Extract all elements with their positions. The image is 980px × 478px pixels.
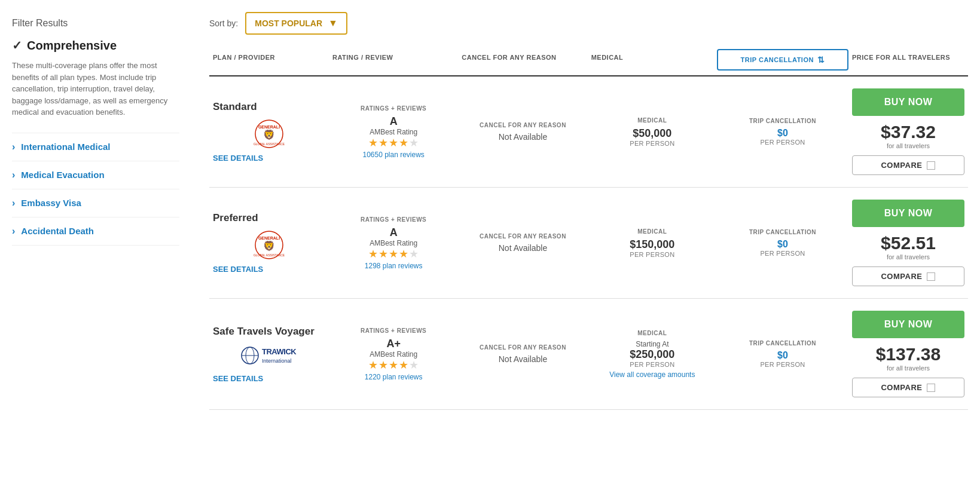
sidebar-item-embassy-visa[interactable]: › Embassy Visa (12, 189, 179, 217)
col-medical: MEDICAL (588, 49, 717, 71)
sort-bar: Sort by: MOST POPULAR ▼ (209, 12, 968, 35)
cancel-label-standard: CANCEL FOR ANY REASON (462, 122, 584, 128)
svg-text:TRAWICK: TRAWICK (262, 347, 297, 356)
cancel-label-preferred: CANCEL FOR ANY REASON (462, 233, 584, 240)
ambest-label-preferred: AMBest Rating (332, 239, 454, 247)
see-details-standard[interactable]: SEE DETAILS (213, 154, 325, 163)
sort-value: MOST POPULAR (255, 19, 322, 28)
sidebar-item-label: International Medical (21, 142, 110, 152)
ambest-rating-voyager: A+ (332, 338, 454, 350)
generali-logo-standard: GENERALI 🦁 GLOBAL ASSISTANCE (248, 119, 290, 149)
trip-per-person-standard: PER PERSON (721, 139, 845, 146)
trip-cancel-col-voyager: TRIP CANCELLATION $0 PER PERSON (717, 340, 848, 368)
medical-per-person-preferred: PER PERSON (591, 251, 713, 258)
col-cancel-reason: CANCEL FOR ANY REASON (458, 49, 587, 71)
chevron-right-icon-3: › (12, 198, 15, 209)
col-trip-cancellation[interactable]: TRIP CANCELLATION ⇅ (717, 49, 848, 71)
medical-amount-preferred: $150,000 (591, 238, 713, 251)
price-suffix-voyager: for all travelers (852, 364, 964, 372)
ambest-label-standard: AMBest Rating (332, 128, 454, 136)
compare-label-standard: COMPARE (881, 161, 922, 170)
trip-cancel-col-preferred: TRIP CANCELLATION $0 PER PERSON (717, 229, 848, 257)
comprehensive-label: Comprehensive (27, 39, 117, 53)
compare-button-preferred[interactable]: COMPARE (852, 266, 964, 286)
compare-button-standard[interactable]: COMPARE (852, 155, 964, 175)
col-price: PRICE FOR ALL TRAVELERS (848, 49, 968, 71)
view-coverage-voyager[interactable]: View all coverage amounts (591, 370, 713, 379)
svg-text:GLOBAL ASSISTANCE: GLOBAL ASSISTANCE (254, 253, 285, 257)
comprehensive-header: ✓ Comprehensive (12, 38, 179, 53)
rating-col-standard: RATINGS + REVIEWS A AMBest Rating ★★★★★ … (329, 105, 458, 159)
ambest-rating-preferred: A (332, 226, 454, 239)
compare-label-preferred: COMPARE (881, 272, 922, 281)
trip-cancel-col-standard: TRIP CANCELLATION $0 PER PERSON (717, 118, 848, 146)
plan-info-voyager: Safe Travels Voyager TRAWICK Internation… (209, 326, 329, 383)
trip-per-person-preferred: PER PERSON (721, 250, 845, 257)
compare-checkbox-voyager (927, 384, 935, 392)
sort-dropdown[interactable]: MOST POPULAR ▼ (245, 12, 347, 35)
svg-text:GENERALI: GENERALI (258, 125, 280, 129)
sidebar-item-label-2: Medical Evacuation (21, 170, 104, 180)
see-details-preferred[interactable]: SEE DETAILS (213, 265, 325, 274)
ambest-label-voyager: AMBest Rating (332, 350, 454, 358)
sidebar: Filter Results ✓ Comprehensive These mul… (0, 0, 191, 478)
see-details-voyager[interactable]: SEE DETAILS (213, 374, 325, 383)
medical-col-preferred: MEDICAL $150,000 PER PERSON (588, 228, 717, 258)
medical-label-standard: MEDICAL (591, 117, 713, 124)
sidebar-item-medical-evacuation[interactable]: › Medical Evacuation (12, 161, 179, 189)
sidebar-item-accidental-death[interactable]: › Accidental Death (12, 217, 179, 245)
plan-name-preferred: Preferred (213, 212, 325, 224)
compare-button-voyager[interactable]: COMPARE (852, 378, 964, 397)
plan-name-voyager: Safe Travels Voyager (213, 326, 325, 338)
comprehensive-desc: These multi-coverage plans offer the mos… (12, 60, 179, 118)
trip-per-person-voyager: PER PERSON (721, 361, 845, 368)
svg-text:GENERALI: GENERALI (258, 236, 280, 240)
price-col-voyager: BUY NOW $137.38 for all travelers COMPAR… (848, 311, 968, 397)
buy-now-voyager[interactable]: BUY NOW (852, 311, 964, 338)
cancel-col-voyager: CANCEL FOR ANY REASON Not Available (458, 344, 587, 364)
medical-prefix-voyager: Starting At (591, 340, 713, 348)
col-rating-review: RATING / REVIEW (329, 49, 458, 71)
col-plan-provider: PLAN / PROVIDER (209, 49, 329, 71)
stars-voyager: ★★★★★ (332, 358, 454, 372)
reviews-link-standard[interactable]: 10650 plan reviews (362, 151, 424, 159)
rating-label-standard: RATINGS + REVIEWS (332, 105, 454, 112)
medical-amount-voyager: $250,000 (591, 348, 713, 361)
rating-label-preferred: RATINGS + REVIEWS (332, 216, 454, 223)
trip-amount-preferred: $0 (721, 239, 845, 250)
rating-label-voyager: RATINGS + REVIEWS (332, 327, 454, 334)
medical-per-person-voyager: PER PERSON (591, 361, 713, 368)
buy-now-preferred[interactable]: BUY NOW (852, 200, 964, 227)
compare-checkbox-preferred (927, 272, 935, 281)
price-col-standard: BUY NOW $37.32 for all travelers COMPARE (848, 88, 968, 175)
svg-text:GLOBAL ASSISTANCE: GLOBAL ASSISTANCE (254, 142, 285, 146)
trip-cancellation-header-label: TRIP CANCELLATION (741, 56, 814, 63)
ambest-rating-standard: A (332, 115, 454, 128)
filter-title: Filter Results (12, 18, 179, 29)
chevron-right-icon-2: › (12, 170, 15, 180)
trip-label-voyager: TRIP CANCELLATION (721, 340, 845, 347)
stars-standard: ★★★★★ (332, 136, 454, 149)
price-suffix-preferred: for all travelers (852, 253, 964, 261)
trawick-logo: TRAWICK International (213, 344, 325, 369)
main-content: Sort by: MOST POPULAR ▼ PLAN / PROVIDER … (191, 0, 980, 478)
sidebar-item-international-medical[interactable]: › International Medical (12, 133, 179, 161)
plan-info-standard: Standard GENERALI 🦁 GLOBAL ASSISTANCE SE… (209, 101, 329, 163)
cancel-value-preferred: Not Available (462, 243, 584, 253)
cancel-value-voyager: Not Available (462, 354, 584, 364)
buy-now-standard[interactable]: BUY NOW (852, 88, 964, 116)
sort-chevron-icon: ▼ (328, 18, 338, 29)
chevron-right-icon: › (12, 142, 15, 152)
cancel-col-preferred: CANCEL FOR ANY REASON Not Available (458, 233, 587, 253)
stars-preferred: ★★★★★ (332, 247, 454, 261)
plan-info-preferred: Preferred GENERALI 🦁 GLOBAL ASSISTANCE S… (209, 212, 329, 274)
medical-col-voyager: MEDICAL Starting At $250,000 PER PERSON … (588, 330, 717, 379)
medical-amount-standard: $50,000 (591, 127, 713, 140)
reviews-link-voyager[interactable]: 1220 plan reviews (365, 373, 423, 381)
plan-name-standard: Standard (213, 101, 325, 113)
sort-label: Sort by: (209, 19, 238, 28)
cancel-label-voyager: CANCEL FOR ANY REASON (462, 344, 584, 351)
reviews-link-preferred[interactable]: 1298 plan reviews (365, 262, 423, 270)
cancel-value-standard: Not Available (462, 132, 584, 142)
price-suffix-standard: for all travelers (852, 142, 964, 149)
